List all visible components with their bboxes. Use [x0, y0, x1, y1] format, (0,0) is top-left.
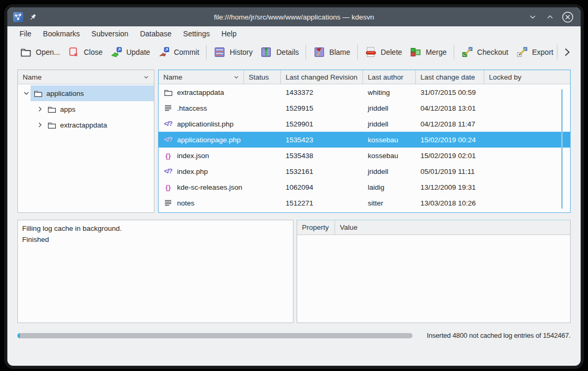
vertical-scrollbar[interactable]	[561, 89, 563, 209]
file-revision: 1433372	[281, 89, 363, 96]
chevron-down-icon[interactable]	[22, 89, 31, 97]
file-table-header: Name Status Last changed Revision Last a…	[159, 70, 570, 84]
svn-update-icon	[110, 46, 123, 58]
file-date: 13/03/2018 10:26	[416, 199, 484, 207]
column-header-date[interactable]: Last change date	[416, 70, 484, 84]
svn-commit-icon	[158, 46, 170, 58]
file-author: kossebau	[363, 136, 416, 144]
table-row[interactable]: .htaccess 1529915 jriddell 04/12/2018 13…	[159, 100, 570, 116]
sort-chevron-icon	[233, 74, 240, 81]
delete-label: Delete	[381, 48, 402, 56]
export-button[interactable]: Export	[512, 44, 557, 61]
file-name: applicationlist.php	[177, 120, 233, 128]
tree-item-apps[interactable]: apps	[18, 101, 154, 117]
commit-label: Commit	[174, 48, 199, 56]
toolbar-overflow-button[interactable]	[561, 46, 573, 58]
column-header-author[interactable]: Last author	[363, 70, 416, 84]
merge-label: Merge	[426, 48, 447, 56]
file-date: 31/07/2015 00:59	[416, 89, 484, 96]
blame-button[interactable]: Blame	[309, 44, 354, 61]
table-row[interactable]: </?index.php 1532161 jriddell 05/01/2019…	[159, 163, 570, 179]
export-label: Export	[532, 48, 553, 56]
history-button[interactable]: History	[210, 44, 257, 61]
toolbar-separator	[454, 45, 454, 60]
table-row-selected[interactable]: </?applicationpage.php 1535423 kossebau …	[159, 132, 570, 148]
open-button[interactable]: Open...	[16, 44, 64, 61]
minimize-button[interactable]	[526, 11, 539, 23]
sort-chevron-icon	[143, 74, 150, 81]
status-message: Inserted 4800 not cached log entries of …	[413, 331, 571, 339]
progress-fill	[17, 333, 20, 338]
column-header-revision[interactable]: Last changed Revision	[281, 70, 363, 84]
update-button[interactable]: Update	[106, 44, 154, 61]
file-revision: 1512271	[281, 199, 363, 207]
file-date: 04/12/2018 11:47	[416, 120, 484, 128]
toolbar: Open... Close Update	[7, 41, 581, 63]
menu-bookmarks[interactable]: Bookmarks	[37, 28, 86, 40]
tree-header[interactable]: Name	[18, 70, 154, 84]
tree-item-extractappdata[interactable]: extractappdata	[18, 117, 154, 133]
close-button[interactable]	[561, 11, 574, 23]
toolbar-separator	[206, 45, 207, 60]
file-revision: 1535438	[281, 152, 363, 160]
table-row[interactable]: </?applicationlist.php 1529901 jriddell …	[159, 116, 570, 132]
chevron-right-icon[interactable]	[36, 121, 44, 129]
kdesvn-window: file:///home/jr/src/www/www/applications…	[7, 7, 581, 366]
column-header-property[interactable]: Property	[297, 220, 335, 235]
column-header-locked[interactable]: Locked by	[484, 70, 570, 84]
file-name: index.json	[177, 152, 209, 160]
tree-header-label: Name	[23, 73, 42, 81]
history-icon	[213, 46, 226, 58]
toolbar-separator	[306, 45, 306, 60]
toolbar-separator	[357, 45, 358, 60]
properties-body[interactable]	[297, 235, 570, 319]
file-author: sitter	[363, 199, 416, 207]
delete-button[interactable]: Delete	[361, 44, 406, 61]
file-author: jriddell	[363, 104, 416, 112]
table-row[interactable]: extractappdata 1433372 whiting 31/07/201…	[159, 84, 570, 100]
file-list-panel: Name Status Last changed Revision Last a…	[158, 70, 571, 213]
close-repo-button[interactable]: Close	[64, 44, 106, 61]
php-file-icon: </?	[163, 167, 173, 176]
chevron-right-icon[interactable]	[36, 105, 44, 113]
menu-subversion[interactable]: Subversion	[86, 28, 134, 40]
pin-icon[interactable]	[28, 13, 37, 22]
column-header-name[interactable]: Name	[159, 70, 244, 84]
maximize-button[interactable]	[544, 11, 556, 23]
details-button[interactable]: Details	[256, 44, 302, 61]
json-file-icon: {}	[163, 151, 173, 160]
table-row[interactable]: {}kde-sc-releases.json 1062094 laidig 13…	[159, 179, 570, 195]
delete-icon	[365, 46, 377, 58]
main-split: Name applications	[7, 63, 581, 213]
menu-settings[interactable]: Settings	[178, 28, 216, 40]
text-file-icon	[163, 198, 173, 208]
log-output-panel[interactable]: Filling log cache in background. Finishe…	[17, 220, 293, 323]
log-line: Filling log cache in background.	[22, 223, 289, 234]
menu-database[interactable]: Database	[134, 28, 178, 40]
table-row[interactable]: notes 1512271 sitter 13/03/2018 10:26	[159, 195, 570, 211]
file-date: 05/01/2019 11:11	[416, 168, 484, 175]
file-date: 13/12/2009 19:31	[416, 183, 484, 191]
file-name: kde-sc-releases.json	[177, 183, 242, 191]
table-row[interactable]: {}index.json 1535438 kossebau 15/02/2019…	[159, 148, 570, 163]
open-label: Open...	[36, 48, 60, 56]
open-folder-icon	[19, 46, 32, 58]
commit-button[interactable]: Commit	[154, 44, 203, 61]
tree-item-applications[interactable]: applications	[18, 85, 154, 101]
title-bar[interactable]: file:///home/jr/src/www/www/applications…	[7, 7, 581, 26]
php-file-icon: </?	[163, 119, 173, 129]
checkout-button[interactable]: Checkout	[457, 44, 512, 61]
tree-item-label: apps	[60, 105, 75, 113]
menu-help[interactable]: Help	[215, 28, 242, 40]
menu-file[interactable]: File	[14, 28, 37, 40]
status-bar: Inserted 4800 not cached log entries of …	[7, 323, 581, 339]
file-name: applicationpage.php	[177, 136, 241, 144]
tree-item-label: applications	[46, 90, 84, 97]
app-icon	[13, 12, 23, 22]
column-header-value[interactable]: Value	[335, 223, 358, 231]
properties-panel: Property Value	[297, 220, 571, 323]
checkout-icon	[461, 46, 474, 58]
merge-button[interactable]: Merge	[406, 44, 450, 61]
column-header-status[interactable]: Status	[244, 70, 281, 84]
file-revision: 1529901	[281, 120, 363, 128]
